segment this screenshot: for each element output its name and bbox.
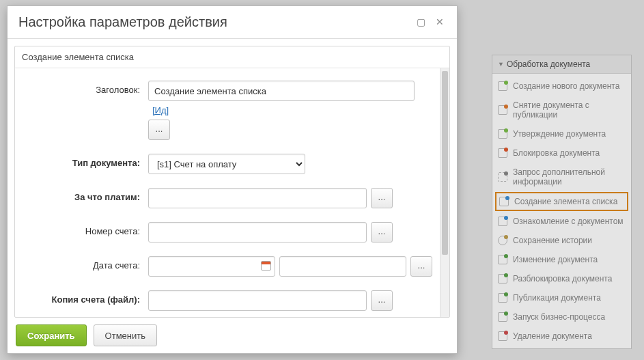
row-invoice-date: Дата счета: ... [15,256,434,277]
scrollbar[interactable] [440,68,449,317]
invoice-date-input[interactable] [148,256,275,277]
settings-dialog: Настройка параметров действия ▢ ✕ Создан… [7,5,458,354]
invoice-no-more-button[interactable]: ... [371,222,393,243]
label-title: Заголовок: [15,81,148,95]
row-invoice-no: Номер счета: ... [15,222,434,243]
form-section-title: Создание элемента списка [15,46,449,68]
dialog-header: Настройка параметров действия ▢ ✕ [8,6,457,39]
title-more-button[interactable]: ... [148,120,170,140]
row-doc-type: Тип документа: [s1] Счет на оплату [15,154,434,174]
id-link[interactable]: [Ид] [152,105,169,115]
invoice-date-time-input[interactable] [279,256,406,277]
dialog-footer: Сохранить Отменить [8,318,457,353]
label-invoice-no: Номер счета: [15,222,148,236]
form-scroll: Заголовок: [Ид] ... Тип документа: [15,68,449,317]
dialog-title: Настройка параметров действия [18,14,408,30]
row-title: Заголовок: [Ид] ... [15,81,434,140]
row-invoice-copy: Копия счета (файл): ... [15,290,434,311]
row-pay-for: За что платим: ... [15,188,434,208]
label-invoice-date: Дата счета: [15,256,148,271]
close-button[interactable]: ✕ [434,16,446,29]
pay-for-more-button[interactable]: ... [371,188,393,208]
doc-type-select[interactable]: [s1] Счет на оплату [148,154,305,174]
save-button[interactable]: Сохранить [16,324,87,346]
maximize-button[interactable]: ▢ [415,16,427,29]
form-panel: Создание элемента списка Заголовок: [Ид]… [14,46,450,318]
pay-for-input[interactable] [148,188,367,208]
invoice-no-input[interactable] [148,222,367,243]
dialog-body: Создание элемента списка Заголовок: [Ид]… [8,39,457,318]
label-doc-type: Тип документа: [15,154,148,168]
label-invoice-copy: Копия счета (файл): [15,290,148,305]
invoice-copy-more-button[interactable]: ... [371,290,393,311]
title-input[interactable] [148,81,415,101]
label-pay-for: За что платим: [15,188,148,202]
scrollbar-thumb[interactable] [442,71,448,255]
invoice-copy-input[interactable] [148,290,367,311]
cancel-button[interactable]: Отменить [94,324,157,346]
invoice-date-more-button[interactable]: ... [410,256,432,277]
